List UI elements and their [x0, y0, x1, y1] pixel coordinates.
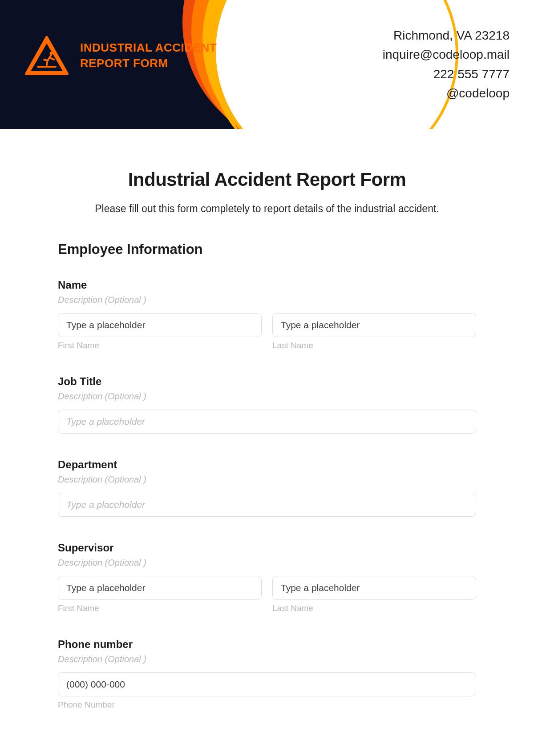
field-description: Description (Optional ) [58, 558, 476, 568]
supervisor-first-name-input[interactable] [58, 576, 262, 600]
contact-address: Richmond, VA 23218 [383, 26, 510, 45]
field-description: Description (Optional ) [58, 654, 476, 664]
contact-handle: @codeloop [383, 84, 510, 103]
supervisor-last-name-input[interactable] [272, 576, 476, 600]
field-name: Name Description (Optional ) First Name … [58, 279, 476, 350]
sublabel-last-name: Last Name [272, 603, 476, 613]
field-supervisor: Supervisor Description (Optional ) First… [58, 542, 476, 613]
field-label: Supervisor [58, 542, 476, 554]
field-department: Department Description (Optional ) [58, 458, 476, 517]
field-description: Description (Optional ) [58, 391, 476, 402]
header-banner: INDUSTRIAL ACCIDENT REPORT FORM Richmond… [0, 0, 534, 129]
logo-block: INDUSTRIAL ACCIDENT REPORT FORM [24, 36, 217, 76]
contact-phone: 222 555 7777 [383, 64, 510, 84]
section-employee-info: Employee Information [58, 241, 476, 257]
page-title: Industrial Accident Report Form [58, 169, 476, 190]
sublabel-first-name: First Name [58, 603, 262, 613]
form-content: Industrial Accident Report Form Please f… [0, 129, 534, 752]
field-description: Description (Optional ) [58, 295, 476, 305]
sublabel-first-name: First Name [58, 341, 262, 350]
field-label: Job Title [58, 375, 476, 388]
field-phone: Phone number Description (Optional ) Pho… [58, 638, 476, 710]
field-label: Department [58, 458, 476, 471]
sublabel-phone: Phone Number [58, 700, 476, 710]
intro-text: Please fill out this form completely to … [58, 203, 476, 215]
contact-block: Richmond, VA 23218 inquire@codeloop.mail… [383, 26, 510, 103]
first-name-input[interactable] [58, 313, 262, 337]
warning-triangle-icon [24, 36, 69, 76]
logo-title: INDUSTRIAL ACCIDENT REPORT FORM [80, 40, 217, 71]
sublabel-last-name: Last Name [272, 341, 476, 350]
contact-email: inquire@codeloop.mail [383, 45, 510, 64]
field-label: Phone number [58, 638, 476, 651]
last-name-input[interactable] [272, 313, 476, 337]
field-job-title: Job Title Description (Optional ) [58, 375, 476, 434]
job-title-input[interactable] [58, 410, 476, 434]
department-input[interactable] [58, 493, 476, 517]
phone-input[interactable] [58, 672, 476, 696]
logo-title-line: INDUSTRIAL ACCIDENT [80, 40, 217, 56]
logo-title-line: REPORT FORM [80, 56, 217, 71]
field-description: Description (Optional ) [58, 475, 476, 485]
field-label: Name [58, 279, 476, 291]
